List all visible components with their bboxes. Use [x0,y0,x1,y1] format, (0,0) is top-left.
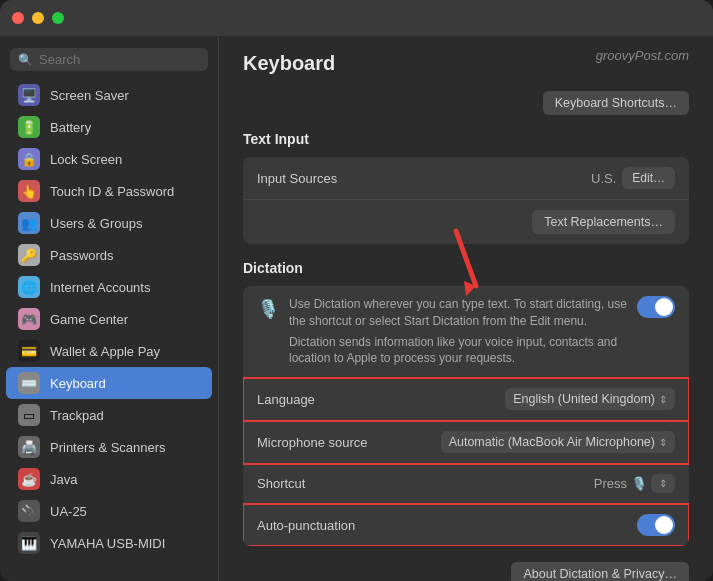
shortcut-mic-icon: 🎙️ [631,476,647,491]
sidebar-item-label: Screen Saver [50,88,129,103]
input-sources-label: Input Sources [257,171,337,186]
language-value: English (United Kingdom) [513,392,655,406]
sidebar-item-label: Game Center [50,312,128,327]
shortcut-value: Press 🎙️ ⇕ [594,474,675,493]
search-icon: 🔍 [18,53,33,67]
shortcut-label: Shortcut [257,476,305,491]
sidebar-item-java[interactable]: ☕ Java [6,463,212,495]
trackpad-icon: ▭ [18,404,40,426]
sidebar-item-ua25[interactable]: 🔌 UA-25 [6,495,212,527]
text-replacements-row: Text Replacements… [243,200,689,244]
dictation-block: 🎙️ Use Dictation wherever you can type t… [243,286,689,546]
sidebar-item-label: Passwords [50,248,114,263]
auto-punctuation-label: Auto-punctuation [257,518,355,533]
sidebar-item-label: Printers & Scanners [50,440,166,455]
sidebar-item-label: UA-25 [50,504,87,519]
users-groups-icon: 👥 [18,212,40,234]
panel: Keyboard groovyPost.com Keyboard Shortcu… [218,36,713,581]
sidebar-item-printers-scanners[interactable]: 🖨️ Printers & Scanners [6,431,212,463]
sidebar-item-trackpad[interactable]: ▭ Trackpad [6,399,212,431]
window: 🔍 🖥️ Screen Saver 🔋 Battery 🔒 Lock Scree… [0,0,713,581]
dictation-desc-row: 🎙️ Use Dictation wherever you can type t… [243,286,689,378]
ua25-icon: 🔌 [18,500,40,522]
keyboard-shortcuts-row: Keyboard Shortcuts… [243,91,689,115]
wallet-icon: 💳 [18,340,40,362]
about-dictation-row: About Dictation & Privacy… [243,562,689,581]
chevron-updown-icon: ⇕ [659,394,667,405]
text-input-block: Input Sources U.S. Edit… Text Replacemen… [243,157,689,244]
main-content: 🔍 🖥️ Screen Saver 🔋 Battery 🔒 Lock Scree… [0,36,713,581]
chevron-updown-icon-3: ⇕ [659,478,667,489]
sidebar-item-label: Java [50,472,77,487]
microphone-source-row: Microphone source Automatic (MacBook Air… [243,421,689,464]
dictation-main-text: Use Dictation wherever you can type text… [289,296,627,330]
maximize-button[interactable] [52,12,64,24]
sidebar-item-label: Lock Screen [50,152,122,167]
sidebar-item-keyboard[interactable]: ⌨️ Keyboard [6,367,212,399]
sidebar-item-label: Users & Groups [50,216,142,231]
lock-screen-icon: 🔒 [18,148,40,170]
sidebar: 🔍 🖥️ Screen Saver 🔋 Battery 🔒 Lock Scree… [0,36,218,581]
edit-button[interactable]: Edit… [622,167,675,189]
sidebar-item-touch-id[interactable]: 👆 Touch ID & Password [6,175,212,207]
java-icon: ☕ [18,468,40,490]
watermark: groovyPost.com [596,48,689,63]
sidebar-item-game-center[interactable]: 🎮 Game Center [6,303,212,335]
language-row: Language English (United Kingdom) ⇕ [243,378,689,421]
keyboard-icon: ⌨️ [18,372,40,394]
input-sources-lang: U.S. [591,171,616,186]
input-sources-value: U.S. Edit… [591,167,675,189]
dictation-sub-text: Dictation sends information like your vo… [289,334,627,368]
chevron-updown-icon-2: ⇕ [659,437,667,448]
sidebar-item-label: Internet Accounts [50,280,150,295]
text-input-title: Text Input [243,131,689,147]
auto-punctuation-row: Auto-punctuation [243,504,689,546]
about-dictation-button[interactable]: About Dictation & Privacy… [511,562,689,581]
shortcut-row: Shortcut Press 🎙️ ⇕ [243,464,689,504]
sidebar-item-battery[interactable]: 🔋 Battery [6,111,212,143]
sidebar-item-internet-accounts[interactable]: 🌐 Internet Accounts [6,271,212,303]
minimize-button[interactable] [32,12,44,24]
microphone-source-label: Microphone source [257,435,368,450]
sidebar-item-label: YAMAHA USB-MIDI [50,536,165,551]
sidebar-item-passwords[interactable]: 🔑 Passwords [6,239,212,271]
search-input[interactable] [39,52,200,67]
touch-id-icon: 👆 [18,180,40,202]
printers-icon: 🖨️ [18,436,40,458]
microphone-source-value: Automatic (MacBook Air Microphone) [449,435,655,449]
sidebar-item-label: Touch ID & Password [50,184,174,199]
sidebar-item-label: Wallet & Apple Pay [50,344,160,359]
sidebar-item-label: Keyboard [50,376,106,391]
sidebar-item-lock-screen[interactable]: 🔒 Lock Screen [6,143,212,175]
search-box[interactable]: 🔍 [10,48,208,71]
language-label: Language [257,392,315,407]
keyboard-shortcuts-button[interactable]: Keyboard Shortcuts… [543,91,689,115]
battery-icon: 🔋 [18,116,40,138]
close-button[interactable] [12,12,24,24]
auto-punctuation-toggle[interactable] [637,514,675,536]
game-center-icon: 🎮 [18,308,40,330]
shortcut-press: Press [594,476,627,491]
sidebar-item-yamaha-midi[interactable]: 🎹 YAMAHA USB-MIDI [6,527,212,559]
passwords-icon: 🔑 [18,244,40,266]
titlebar [0,0,713,36]
microphone-source-select[interactable]: Automatic (MacBook Air Microphone) ⇕ [441,431,675,453]
yamaha-icon: 🎹 [18,532,40,554]
screen-saver-icon: 🖥️ [18,84,40,106]
sidebar-item-screen-saver[interactable]: 🖥️ Screen Saver [6,79,212,111]
internet-accounts-icon: 🌐 [18,276,40,298]
shortcut-select[interactable]: ⇕ [651,474,675,493]
dictation-toggle[interactable] [637,296,675,318]
sidebar-item-label: Battery [50,120,91,135]
text-replacements-button[interactable]: Text Replacements… [532,210,675,234]
microphone-icon: 🎙️ [257,298,279,320]
sidebar-item-label: Trackpad [50,408,104,423]
input-sources-row: Input Sources U.S. Edit… [243,157,689,200]
language-select[interactable]: English (United Kingdom) ⇕ [505,388,675,410]
sidebar-item-wallet[interactable]: 💳 Wallet & Apple Pay [6,335,212,367]
sidebar-item-users-groups[interactable]: 👥 Users & Groups [6,207,212,239]
dictation-title: Dictation [243,260,689,276]
